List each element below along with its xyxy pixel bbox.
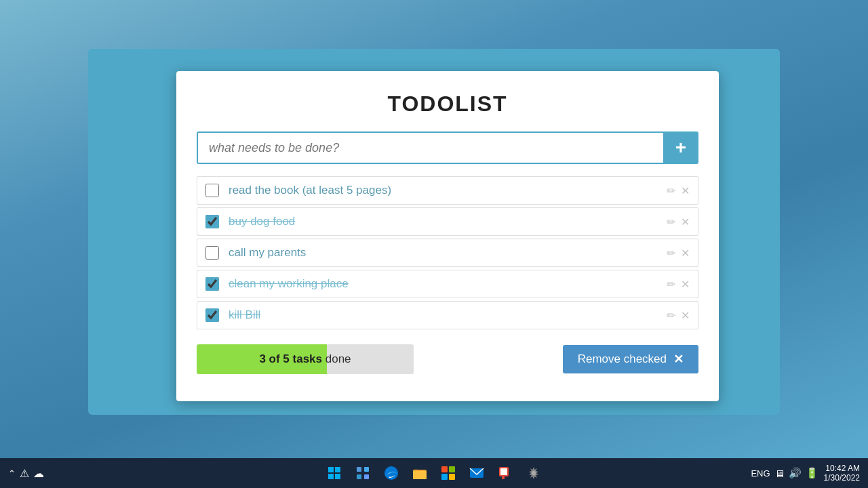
start-button[interactable] [321,460,347,486]
task-checkbox-5[interactable] [205,308,219,322]
delete-icon-5[interactable]: ✕ [681,309,690,322]
task-list: read the book (at least 5 pages) ✏ ✕ buy… [197,176,698,329]
svg-rect-18 [502,476,505,479]
taskbar-left-tray: ⌃ ⚠ ☁ [8,467,44,480]
task-actions-1: ✏ ✕ [667,184,690,197]
taskbar: ⌃ ⚠ ☁ [0,458,868,488]
delete-icon-2[interactable]: ✕ [681,216,690,228]
task-label-5: kill Bill [229,308,667,322]
widgets-button[interactable] [350,460,376,486]
edge-browser-button[interactable] [378,460,404,486]
svg-rect-0 [328,467,334,472]
paintbrush-button[interactable] [492,460,518,486]
task-label-1: read the book (at least 5 pages) [229,184,667,197]
svg-rect-17 [500,468,507,475]
table-row: kill Bill ✏ ✕ [197,301,698,329]
svg-rect-1 [335,467,340,472]
table-row: read the book (at least 5 pages) ✏ ✕ [197,176,698,205]
progress-done-label: done [326,352,351,365]
edit-icon-5[interactable]: ✏ [667,309,675,322]
monitor-icon: 🖥 [774,468,785,479]
svg-rect-7 [364,474,369,479]
clock-date: 1/30/2022 [824,473,860,483]
taskbar-right: ENG 🖥 🔊 🔋 10:42 AM 1/30/2022 [751,464,860,483]
svg-rect-2 [328,474,334,479]
taskbar-center-icons [321,460,547,486]
progress-bar: 3 of 5 tasks done [197,344,414,374]
warning-tray-icon: ⚠ [20,467,29,480]
language-indicator: ENG [751,468,770,479]
task-checkbox-3[interactable] [205,246,219,260]
svg-rect-14 [449,474,455,480]
svg-rect-12 [449,466,455,472]
task-label-3: call my parents [229,246,667,260]
edit-icon-1[interactable]: ✏ [667,184,675,197]
taskbar-tray-icons: ⌃ ⚠ ☁ [8,467,44,480]
taskbar-clock: 10:42 AM 1/30/2022 [824,464,860,483]
table-row: buy dog food ✏ ✕ [197,207,698,236]
cloud-tray-icon: ☁ [33,467,44,480]
svg-rect-13 [441,474,448,480]
task-checkbox-2[interactable] [205,215,219,228]
task-actions-2: ✏ ✕ [667,216,690,228]
edit-icon-4[interactable]: ✏ [667,278,675,291]
ms-store-button[interactable] [435,460,461,486]
task-actions-4: ✏ ✕ [667,278,690,291]
remove-button-label: Remove checked [578,352,667,366]
task-actions-3: ✏ ✕ [667,247,690,260]
table-row: clean my working place ✏ ✕ [197,270,698,298]
chevron-up-icon[interactable]: ⌃ [8,468,16,479]
remove-checked-button[interactable]: Remove checked ✕ [563,345,698,373]
progress-done-count: 3 of 5 tasks [259,352,322,365]
table-row: call my parents ✏ ✕ [197,239,698,267]
settings-button[interactable] [521,460,547,486]
add-task-button[interactable]: + [663,131,698,164]
task-checkbox-1[interactable] [205,184,219,197]
svg-rect-5 [364,467,369,472]
task-label-4: clean my working place [229,277,667,291]
mail-button[interactable] [464,460,490,486]
task-actions-5: ✏ ✕ [667,309,690,322]
delete-icon-3[interactable]: ✕ [681,247,690,260]
edit-icon-3[interactable]: ✏ [667,247,675,260]
remove-button-icon: ✕ [673,352,684,367]
delete-icon-1[interactable]: ✕ [681,184,690,197]
svg-rect-10 [413,471,427,479]
task-input[interactable] [197,131,663,164]
clock-time: 10:42 AM [824,464,860,473]
svg-point-20 [532,471,536,475]
task-label-2: buy dog food [229,215,667,228]
edit-icon-2[interactable]: ✏ [667,216,675,228]
volume-icon: 🔊 [789,467,802,479]
file-explorer-button[interactable] [407,460,433,486]
svg-rect-4 [357,467,361,472]
svg-rect-3 [335,474,340,479]
delete-icon-4[interactable]: ✕ [681,278,690,291]
svg-rect-11 [441,466,448,472]
todo-modal: TODOLIST + read the book (at least 5 pag… [176,71,719,401]
app-title: TODOLIST [197,92,698,117]
input-row: + [197,131,698,164]
task-checkbox-4[interactable] [205,277,219,291]
battery-icon: 🔋 [806,467,818,479]
footer-row: 3 of 5 tasks done Remove checked ✕ [197,344,698,374]
system-tray: ENG 🖥 🔊 🔋 [751,467,818,479]
progress-text: 3 of 5 tasks done [197,344,414,374]
svg-rect-6 [357,474,361,479]
